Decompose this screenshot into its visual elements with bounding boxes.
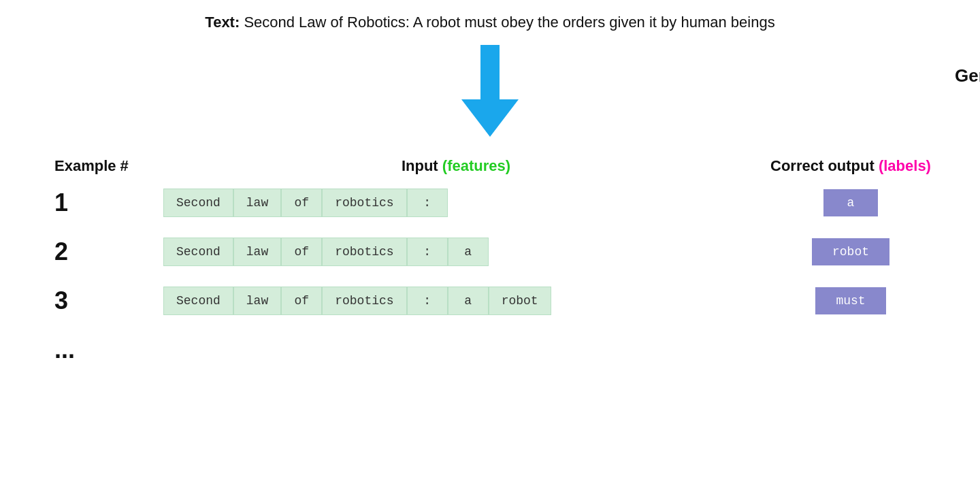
token-2-1: law	[233, 238, 281, 266]
token-1-4: :	[407, 189, 448, 217]
table-section: Example # Input (features) Correct outpu…	[0, 157, 980, 364]
col-output-header: Correct output (labels)	[749, 157, 953, 175]
token-1-0: Second	[163, 189, 233, 217]
example-number-2: 2	[54, 238, 163, 266]
token-3-5: a	[448, 287, 489, 315]
output-box-3: must	[815, 287, 885, 314]
input-tokens-3: Second law of robotics : a robot	[163, 287, 749, 315]
output-header-plain: Correct output	[770, 157, 879, 174]
arrow-section: Generated training examples	[0, 45, 980, 137]
token-2-0: Second	[163, 238, 233, 266]
token-2-2: of	[281, 238, 322, 266]
arrow-head	[461, 99, 519, 137]
token-1-2: of	[281, 189, 322, 217]
token-3-3: robotics	[322, 287, 406, 315]
output-token-1: a	[749, 189, 953, 216]
output-header-colored: (labels)	[879, 157, 931, 174]
input-tokens-2: Second law of robotics : a	[163, 238, 749, 266]
token-2-5: a	[448, 238, 489, 266]
example-number-1: 1	[54, 189, 163, 217]
ellipsis: ...	[27, 336, 953, 364]
arrow-container	[461, 45, 519, 137]
token-3-4: :	[407, 287, 448, 315]
header-text: Text: Second Law of Robotics: A robot mu…	[205, 14, 774, 31]
table-row: 1 Second law of robotics : a	[27, 189, 953, 217]
text-label: Text:	[205, 14, 240, 31]
token-3-0: Second	[163, 287, 233, 315]
example-number-3: 3	[54, 287, 163, 315]
col-example-header: Example #	[54, 157, 163, 175]
input-tokens-1: Second law of robotics :	[163, 189, 749, 217]
token-3-6: robot	[489, 287, 551, 315]
table-row: 3 Second law of robotics : a robot must	[27, 287, 953, 315]
token-2-3: robotics	[322, 238, 406, 266]
output-token-2: robot	[749, 238, 953, 265]
output-box-2: robot	[812, 238, 889, 265]
input-header-colored: (features)	[442, 157, 510, 174]
input-header-plain: Input	[402, 157, 442, 174]
token-1-1: law	[233, 189, 281, 217]
table-row: 2 Second law of robotics : a robot	[27, 238, 953, 266]
token-1-3: robotics	[322, 189, 406, 217]
header-content: Second Law of Robotics: A robot must obe…	[240, 14, 774, 31]
generated-label: Generated training examples	[955, 65, 980, 86]
col-input-header: Input (features)	[163, 157, 749, 175]
token-3-2: of	[281, 287, 322, 315]
token-2-4: :	[407, 238, 448, 266]
output-token-3: must	[749, 287, 953, 314]
table-header: Example # Input (features) Correct outpu…	[27, 157, 953, 175]
page-container: Text: Second Law of Robotics: A robot mu…	[0, 0, 980, 488]
token-3-1: law	[233, 287, 281, 315]
arrow-shaft	[480, 45, 500, 99]
output-box-1: a	[823, 189, 878, 216]
